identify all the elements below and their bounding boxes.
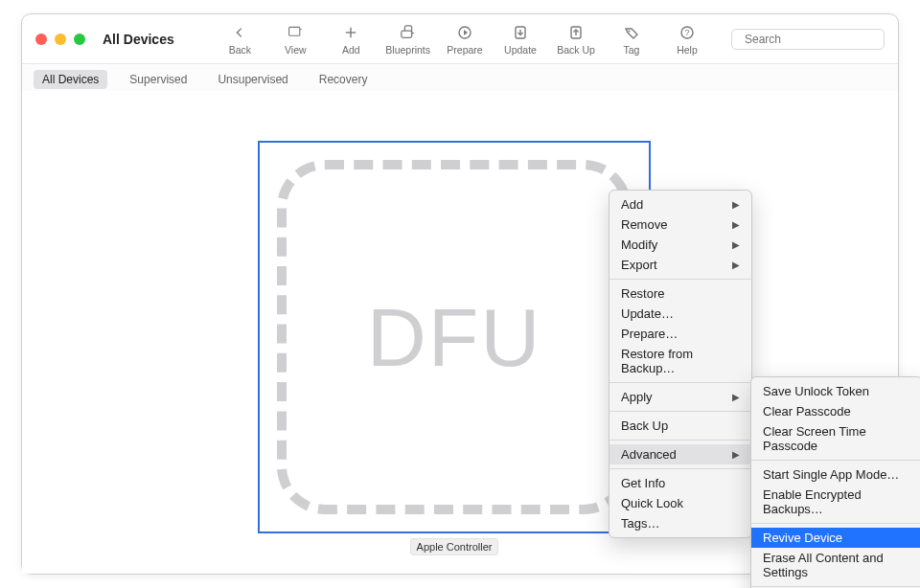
ctx-save-unlock-label: Save Unlock Token (763, 384, 869, 398)
ctx-quick-look-label: Quick Look (621, 496, 683, 510)
context-submenu-advanced: Save Unlock Token Clear Passcode Clear S… (750, 376, 920, 588)
separator (610, 468, 751, 469)
prepare-button[interactable]: Prepare (444, 23, 486, 56)
ctx-erase-all[interactable]: Erase All Content and Settings (751, 548, 920, 582)
chevron-right-icon: ▶ (732, 392, 740, 402)
grid-icon (285, 23, 306, 42)
svg-rect-0 (289, 27, 300, 35)
chevron-right-icon: ▶ (732, 449, 740, 460)
window-title: All Devices (103, 32, 174, 47)
separator (751, 523, 920, 524)
ctx-apply[interactable]: Apply▶ (610, 387, 751, 407)
ctx-modify-label: Modify (621, 237, 657, 252)
update-button[interactable]: Update (499, 23, 541, 56)
ctx-clear-screen-time[interactable]: Clear Screen Time Passcode (751, 421, 920, 456)
svg-text:?: ? (684, 28, 689, 37)
ctx-advanced-label: Advanced (621, 447, 677, 462)
ctx-back-up-label: Back Up (621, 418, 668, 433)
chevron-right-icon: ▶ (732, 199, 740, 210)
help-label: Help (677, 44, 698, 56)
view-label: View (285, 44, 307, 56)
separator (610, 440, 751, 441)
download-icon (510, 23, 531, 42)
upload-icon (565, 23, 586, 42)
chevron-right-icon: ▶ (732, 239, 740, 250)
add-button[interactable]: Add (330, 23, 372, 56)
ctx-restore-label: Restore (621, 286, 665, 301)
device-label-wrap: Apple Controller (258, 538, 651, 555)
minimize-window-button[interactable] (55, 34, 66, 45)
ctx-clear-passcode[interactable]: Clear Passcode (751, 401, 920, 421)
device-placeholder: DFU (277, 160, 632, 514)
filter-all-devices[interactable]: All Devices (34, 70, 107, 89)
search-input-wrap[interactable] (731, 29, 885, 50)
fullscreen-window-button[interactable] (74, 34, 85, 45)
ctx-clear-passcode-label: Clear Passcode (763, 404, 851, 418)
tag-button[interactable]: Tag (610, 23, 653, 56)
ctx-tags-label: Tags… (621, 516, 659, 531)
ctx-get-info-label: Get Info (621, 476, 665, 490)
ctx-update-label: Update… (621, 306, 674, 321)
titlebar: All Devices Back View Add (22, 14, 898, 64)
ctx-revive-device[interactable]: Revive Device (751, 528, 920, 548)
search-input[interactable] (745, 33, 888, 46)
device-label: Apple Controller (410, 538, 499, 555)
ctx-enable-encrypted-backups-label: Enable Encrypted Backups… (763, 487, 910, 516)
ctx-quick-look[interactable]: Quick Look (610, 493, 751, 513)
ctx-save-unlock-token[interactable]: Save Unlock Token (751, 381, 920, 401)
ctx-add[interactable]: Add▶ (610, 194, 751, 215)
ctx-add-label: Add (621, 197, 643, 212)
device-card[interactable]: DFU (258, 141, 651, 533)
window: All Devices Back View Add (21, 13, 899, 575)
plus-icon (340, 23, 361, 42)
tag-icon (621, 23, 642, 42)
ctx-back-up[interactable]: Back Up (610, 416, 751, 436)
filter-recovery[interactable]: Recovery (310, 70, 377, 89)
separator (751, 586, 920, 587)
ctx-advanced[interactable]: Advanced▶ (610, 444, 751, 464)
close-window-button[interactable] (35, 34, 47, 45)
svg-point-11 (629, 30, 631, 32)
ctx-remove-label: Remove (621, 217, 667, 232)
filter-unsupervised[interactable]: Unsupervised (209, 70, 296, 89)
separator (610, 279, 751, 280)
ctx-prepare[interactable]: Prepare… (610, 324, 751, 344)
content-area: DFU Apple Controller Add▶ Remove▶ Modify… (22, 91, 898, 574)
ctx-apply-label: Apply (621, 390, 653, 404)
ctx-revive-device-label: Revive Device (763, 531, 842, 545)
ctx-restore[interactable]: Restore (610, 283, 751, 304)
ctx-export-label: Export (621, 258, 657, 272)
dfu-label: DFU (367, 290, 542, 385)
toolbar: Back View Add Blueprints (218, 23, 885, 56)
back-button[interactable]: Back (218, 23, 261, 56)
help-button[interactable]: ? Help (666, 23, 708, 56)
view-button[interactable]: View (274, 23, 316, 56)
svg-marker-6 (464, 30, 468, 35)
back-label: Back (229, 44, 251, 56)
ctx-remove[interactable]: Remove▶ (610, 215, 751, 235)
traffic-lights (35, 34, 85, 45)
ctx-restore-from-backup-label: Restore from Backup… (621, 347, 740, 375)
ctx-update[interactable]: Update… (610, 304, 751, 324)
help-icon: ? (677, 23, 698, 42)
chevron-right-icon: ▶ (732, 219, 740, 230)
ctx-clear-screen-time-label: Clear Screen Time Passcode (763, 424, 910, 453)
ctx-tags[interactable]: Tags… (610, 513, 751, 533)
ctx-enable-encrypted-backups[interactable]: Enable Encrypted Backups… (751, 485, 920, 519)
prepare-label: Prepare (447, 44, 482, 56)
update-label: Update (504, 44, 537, 56)
separator (610, 411, 751, 412)
ctx-start-single-app[interactable]: Start Single App Mode… (751, 464, 920, 485)
context-menu: Add▶ Remove▶ Modify▶ Export▶ Restore Upd… (609, 190, 752, 538)
chevron-left-icon (229, 23, 250, 42)
ctx-get-info[interactable]: Get Info (610, 473, 751, 493)
backup-button[interactable]: Back Up (555, 23, 597, 56)
filter-supervised[interactable]: Supervised (121, 70, 196, 89)
ctx-erase-all-label: Erase All Content and Settings (763, 551, 910, 579)
ctx-export[interactable]: Export▶ (610, 255, 751, 275)
blueprints-button[interactable]: Blueprints (385, 23, 430, 56)
ctx-modify[interactable]: Modify▶ (610, 235, 751, 255)
blueprints-label: Blueprints (385, 44, 430, 56)
ctx-restore-from-backup[interactable]: Restore from Backup… (610, 344, 751, 378)
backup-label: Back Up (557, 44, 595, 56)
